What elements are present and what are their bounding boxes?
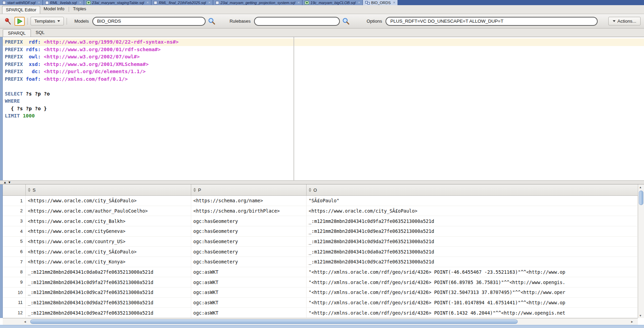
actions-button-label: Actions... bbox=[618, 19, 636, 24]
table-row[interactable]: 9_:m121mm28mbn2d04341c0d9fa27fe063521300… bbox=[3, 277, 638, 287]
table-row[interactable]: 4<https://www.oracle.com/cityGeneva>ogc:… bbox=[3, 226, 638, 237]
sort-down-icon bbox=[193, 190, 196, 192]
sort-up-icon bbox=[28, 188, 31, 190]
code-line: PREFIX rdfs: <http://www.w3.org/2000/01/… bbox=[3, 46, 644, 54]
view-tab-row: SPARQL Editor Model Info Triples bbox=[0, 5, 644, 14]
rulebases-input[interactable] bbox=[254, 17, 340, 26]
table-row[interactable]: 8_:m121mm28mbn2d04341c0da0a27fe063521300… bbox=[3, 267, 638, 278]
cell-o: "<http://xmlns.oracle.com/rdf/geo/srid/4… bbox=[307, 298, 638, 308]
scroll-right-icon[interactable]: ▸ bbox=[631, 319, 633, 324]
table-row[interactable]: 3<https://www.oracle.com/city_Balkh>ogc:… bbox=[3, 216, 638, 226]
row-number: 11 bbox=[3, 298, 26, 308]
cell-o: _:m121mm28mbn2d04341c0d9fa27fe0635213000… bbox=[307, 216, 638, 226]
table-row[interactable]: 6<https://www.oracle.com/city_SÃ£oPaulo>… bbox=[3, 247, 638, 257]
tab-close-icon[interactable]: × bbox=[38, 1, 40, 4]
sparql-code-editor[interactable]: PREFIX rdf: <http://www.w3.org/1999/02/2… bbox=[3, 37, 644, 180]
splitter-down-icon[interactable]: ▼ bbox=[8, 181, 11, 184]
column-header-p[interactable]: P bbox=[191, 184, 307, 195]
code-line bbox=[3, 83, 644, 90]
cell-s: <https://www.oracle.com/country_US> bbox=[26, 237, 191, 247]
file-tab-label: 19c_maryam_bigCLOB.sql bbox=[310, 1, 355, 5]
row-number: 6 bbox=[3, 247, 26, 257]
code-token: { ?s ?p ?o } bbox=[5, 106, 47, 111]
scroll-down-icon[interactable]: ▾ bbox=[640, 314, 641, 317]
table-row[interactable]: 10_:m121mm28mbn2d04341c0d9ca27fe06352130… bbox=[3, 287, 638, 298]
code-token: ?s ?p ?o bbox=[23, 91, 50, 97]
tab-triples[interactable]: Triples bbox=[70, 5, 90, 14]
actions-button[interactable]: Actions... bbox=[608, 17, 641, 25]
run-query-button[interactable] bbox=[14, 17, 25, 26]
vertical-scroll-thumb[interactable] bbox=[639, 191, 643, 205]
code-token bbox=[41, 76, 44, 82]
column-header-o[interactable]: O bbox=[307, 184, 638, 195]
cell-p: ogc:hasGeometery bbox=[191, 226, 307, 236]
cell-s: _:m121mm28mbn2d04341c0d9fa27fe0635213000… bbox=[26, 277, 191, 287]
cell-o: _:m121mm28mbn2d04341c0d9ea27fe0635213000… bbox=[307, 226, 638, 236]
horizontal-splitter[interactable]: ▲ ▼ bbox=[0, 180, 644, 184]
table-row[interactable]: 11_:m121mm28mbn2d04341c0d9da27fe06352130… bbox=[3, 298, 638, 308]
code-line: PREFIX dc: <http://purl.org/dc/elements/… bbox=[3, 68, 644, 76]
table-row[interactable]: 5<https://www.oracle.com/country_US>ogc:… bbox=[3, 237, 638, 247]
file-tab[interactable]: RML_livelab.sql× bbox=[43, 0, 84, 5]
templates-button-label: Templates bbox=[34, 19, 55, 24]
pushpin-icon[interactable] bbox=[4, 18, 12, 25]
scroll-up-icon[interactable]: ▴ bbox=[640, 185, 641, 189]
tab-sql[interactable]: SQL bbox=[31, 29, 49, 37]
cell-o: "<http://xmlns.oracle.com/rdf/geo/srid/4… bbox=[307, 287, 638, 297]
cell-o: _:m121mm28mbn2d04341c0da0a27fe0635213000… bbox=[307, 247, 638, 257]
vertical-scrollbar[interactable]: ▴ ▾ bbox=[638, 184, 644, 318]
file-tab[interactable]: 19c_maryam_bigCLOB.sql× bbox=[302, 0, 363, 5]
tab-close-icon[interactable]: × bbox=[147, 1, 149, 4]
horizontal-scrollbar[interactable]: ◂ ▸ bbox=[3, 318, 638, 325]
code-token: PREFIX bbox=[5, 69, 23, 74]
code-token: WHERE bbox=[5, 98, 20, 104]
file-tab[interactable]: 23ai_maryam_getting_projection_system.sq… bbox=[213, 0, 302, 5]
sort-icon[interactable] bbox=[193, 188, 196, 192]
tab-close-icon[interactable]: × bbox=[208, 1, 210, 4]
code-line: PREFIX xsd: <http://www.w3.org/2001/XMLS… bbox=[3, 61, 644, 68]
code-line: PREFIX foaf: <http://xmlns.com/foaf/0.1/… bbox=[3, 76, 644, 83]
row-number-header bbox=[3, 184, 26, 195]
horizontal-scroll-thumb[interactable] bbox=[30, 319, 518, 324]
file-icon bbox=[154, 1, 157, 4]
search-rulebases-icon[interactable] bbox=[342, 17, 350, 25]
models-input[interactable] bbox=[92, 17, 206, 26]
file-tab-label: RML_final_21thFeb2025.sql bbox=[159, 1, 206, 5]
splitter-up-icon[interactable]: ▲ bbox=[3, 181, 7, 184]
tab-sparql-editor[interactable]: SPARQL Editor bbox=[2, 6, 40, 14]
file-tab[interactable]: 23ai_maryam_stagingTable.sql× bbox=[84, 0, 151, 5]
sql-developer-window: start withRDF.sql×RML_livelab.sql×23ai_m… bbox=[0, 0, 644, 328]
scroll-left-icon[interactable]: ◂ bbox=[24, 319, 26, 324]
results-grid: 1<https://www.oracle.com/city_SÃ£oPaulo>… bbox=[3, 196, 638, 318]
tab-close-icon[interactable]: × bbox=[393, 1, 395, 4]
cell-p: ogc:hasGeometery bbox=[191, 216, 307, 226]
tab-close-icon[interactable]: × bbox=[298, 1, 300, 4]
row-number: 10 bbox=[3, 287, 26, 297]
code-token: xsd: bbox=[29, 61, 41, 67]
code-token: foaf: bbox=[26, 76, 41, 82]
tab-close-icon[interactable]: × bbox=[358, 1, 360, 4]
tab-model-info[interactable]: Model Info bbox=[40, 5, 68, 14]
cell-s: _:m121mm28mbn2d04341c0d9ca27fe0635213000… bbox=[26, 287, 191, 297]
table-row[interactable]: 2<https://www.oracle.com/author_PauloCoe… bbox=[3, 206, 638, 216]
file-tab[interactable]: start withRDF.sql× bbox=[0, 0, 43, 5]
table-row[interactable]: 12_:m121mm28mbn2d04341c0d9ea27fe06352130… bbox=[3, 308, 638, 318]
table-row[interactable]: 1<https://www.oracle.com/city_SÃ£oPaulo>… bbox=[3, 196, 638, 206]
sort-icon[interactable] bbox=[309, 188, 311, 192]
tab-sparql[interactable]: SPARQL bbox=[3, 29, 31, 37]
file-tab[interactable]: BIO_ORDS× bbox=[363, 0, 398, 5]
editor-split-divider[interactable] bbox=[294, 37, 294, 180]
column-header-s[interactable]: S bbox=[26, 184, 191, 195]
cell-o: _:m121mm28mbn2d04341c0d9ca27fe0635213000… bbox=[307, 257, 638, 267]
table-row[interactable]: 7<https://www.oracle.com/city_Konya>ogc:… bbox=[3, 257, 638, 267]
file-tab[interactable]: RML_final_21thFeb2025.sql× bbox=[151, 0, 213, 5]
chevron-down-icon bbox=[613, 20, 616, 22]
options-input[interactable] bbox=[386, 17, 598, 26]
sort-icon[interactable] bbox=[28, 188, 31, 192]
templates-button[interactable]: Templates bbox=[31, 17, 64, 25]
search-models-icon[interactable] bbox=[208, 17, 216, 25]
tab-close-icon[interactable]: × bbox=[79, 1, 81, 4]
file-tab-label: BIO_ORDS bbox=[371, 1, 391, 5]
code-token: 1000 bbox=[23, 113, 35, 118]
row-number: 2 bbox=[3, 206, 26, 216]
